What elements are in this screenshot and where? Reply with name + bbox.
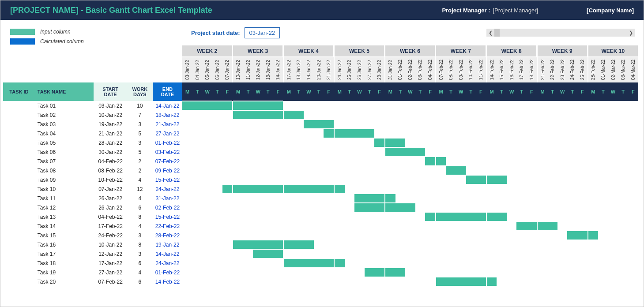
cell-task-id[interactable]: [3, 101, 35, 110]
cell-task-name[interactable]: Task 14: [35, 221, 94, 231]
scroll-right-icon[interactable]: ❯: [627, 29, 635, 37]
cell-work-days[interactable]: 4: [127, 268, 152, 277]
gantt-cell: [557, 240, 568, 249]
cell-task-name[interactable]: Task 05: [35, 138, 94, 147]
cell-start-date[interactable]: 17-Jan-22: [94, 258, 127, 268]
gantt-cell: [527, 138, 537, 147]
cell-task-name[interactable]: Task 15: [35, 231, 94, 240]
cell-task-name[interactable]: Task 07: [35, 157, 94, 166]
cell-task-id[interactable]: [3, 129, 35, 138]
cell-work-days[interactable]: 5: [127, 129, 152, 138]
cell-start-date[interactable]: 19-Jan-22: [94, 120, 127, 129]
cell-task-id[interactable]: [3, 212, 35, 221]
gantt-cell: [628, 110, 638, 120]
cell-work-days[interactable]: 8: [127, 240, 152, 249]
cell-work-days[interactable]: 2: [127, 157, 152, 166]
cell-work-days[interactable]: 6: [127, 203, 152, 212]
cell-task-id[interactable]: [3, 184, 35, 194]
cell-work-days[interactable]: 3: [127, 231, 152, 240]
cell-start-date[interactable]: 10-Feb-22: [94, 175, 127, 184]
cell-task-name[interactable]: Task 09: [35, 175, 94, 184]
cell-task-name[interactable]: Task 06: [35, 147, 94, 157]
cell-task-id[interactable]: [3, 147, 35, 157]
cell-work-days[interactable]: 7: [127, 110, 152, 120]
cell-start-date[interactable]: 12-Jan-22: [94, 249, 127, 258]
cell-work-days[interactable]: 3: [127, 138, 152, 147]
cell-start-date[interactable]: 10-Jan-22: [94, 240, 127, 249]
gantt-cell: [466, 212, 476, 221]
cell-task-id[interactable]: [3, 194, 35, 203]
cell-start-date[interactable]: 26-Jan-22: [94, 194, 127, 203]
gantt-cell: [335, 194, 345, 203]
cell-task-id[interactable]: [3, 175, 35, 184]
cell-task-name[interactable]: Task 19: [35, 268, 94, 277]
timeline-scrollbar[interactable]: ❮ ❯: [486, 29, 635, 37]
cell-task-name[interactable]: Task 10: [35, 184, 94, 194]
cell-task-name[interactable]: Task 17: [35, 249, 94, 258]
cell-task-name[interactable]: Task 16: [35, 240, 94, 249]
cell-start-date[interactable]: 03-Jan-22: [94, 101, 127, 110]
cell-task-id[interactable]: [3, 110, 35, 120]
cell-task-id[interactable]: [3, 138, 35, 147]
cell-work-days[interactable]: 6: [127, 258, 152, 268]
scroll-left-icon[interactable]: ❮: [486, 29, 494, 37]
start-date-input[interactable]: 03-Jan-22: [245, 27, 280, 38]
cell-task-id[interactable]: [3, 277, 35, 286]
cell-task-name[interactable]: Task 20: [35, 277, 94, 286]
cell-task-name[interactable]: Task 13: [35, 212, 94, 221]
cell-start-date[interactable]: 28-Jan-22: [94, 138, 127, 147]
cell-start-date[interactable]: 26-Jan-22: [94, 203, 127, 212]
cell-task-id[interactable]: [3, 231, 35, 240]
cell-work-days[interactable]: 4: [127, 175, 152, 184]
scroll-track[interactable]: [494, 29, 627, 37]
cell-task-name[interactable]: Task 08: [35, 166, 94, 175]
cell-start-date[interactable]: 04-Feb-22: [94, 157, 127, 166]
gantt-cell: [202, 129, 212, 138]
cell-task-name[interactable]: Task 03: [35, 120, 94, 129]
gantt-cell: [446, 175, 456, 184]
pm-value[interactable]: [Project Manager]: [493, 7, 538, 14]
cell-work-days[interactable]: 10: [127, 101, 152, 110]
cell-start-date[interactable]: 07-Jan-22: [94, 184, 127, 194]
cell-task-id[interactable]: [3, 120, 35, 129]
cell-start-date[interactable]: 17-Feb-22: [94, 221, 127, 231]
cell-work-days[interactable]: 3: [127, 249, 152, 258]
cell-start-date[interactable]: 07-Feb-22: [94, 277, 127, 286]
scroll-thumb[interactable]: [494, 29, 500, 37]
cell-task-name[interactable]: Task 01: [35, 101, 94, 110]
cell-task-name[interactable]: Task 18: [35, 258, 94, 268]
cell-work-days[interactable]: 5: [127, 147, 152, 157]
gantt-cell: [618, 147, 628, 157]
cell-work-days[interactable]: 6: [127, 277, 152, 286]
cell-start-date[interactable]: 21-Jan-22: [94, 129, 127, 138]
cell-start-date[interactable]: 04-Feb-22: [94, 212, 127, 221]
cell-work-days[interactable]: 4: [127, 221, 152, 231]
cell-task-id[interactable]: [3, 166, 35, 175]
gantt-cell: [385, 129, 395, 138]
cell-task-id[interactable]: [3, 203, 35, 212]
company-name[interactable]: [Company Name]: [587, 7, 634, 14]
cell-task-name[interactable]: Task 12: [35, 203, 94, 212]
cell-start-date[interactable]: 08-Feb-22: [94, 166, 127, 175]
cell-work-days[interactable]: 2: [127, 166, 152, 175]
cell-task-name[interactable]: Task 02: [35, 110, 94, 120]
cell-work-days[interactable]: 3: [127, 120, 152, 129]
cell-task-id[interactable]: [3, 240, 35, 249]
cell-task-id[interactable]: [3, 268, 35, 277]
cell-task-id[interactable]: [3, 157, 35, 166]
cell-work-days[interactable]: 4: [127, 194, 152, 203]
gantt-cell: [547, 101, 557, 110]
cell-start-date[interactable]: 30-Jan-22: [94, 147, 127, 157]
cell-start-date[interactable]: 24-Feb-22: [94, 231, 127, 240]
cell-task-id[interactable]: [3, 221, 35, 231]
cell-task-id[interactable]: [3, 258, 35, 268]
cell-work-days[interactable]: 8: [127, 212, 152, 221]
cell-task-id[interactable]: [3, 249, 35, 258]
gantt-cell: [182, 157, 192, 166]
cell-start-date[interactable]: 27-Jan-22: [94, 268, 127, 277]
cell-work-days[interactable]: 12: [127, 184, 152, 194]
cell-task-name[interactable]: Task 11: [35, 194, 94, 203]
gantt-cell: [628, 157, 638, 166]
cell-task-name[interactable]: Task 04: [35, 129, 94, 138]
cell-start-date[interactable]: 10-Jan-22: [94, 110, 127, 120]
